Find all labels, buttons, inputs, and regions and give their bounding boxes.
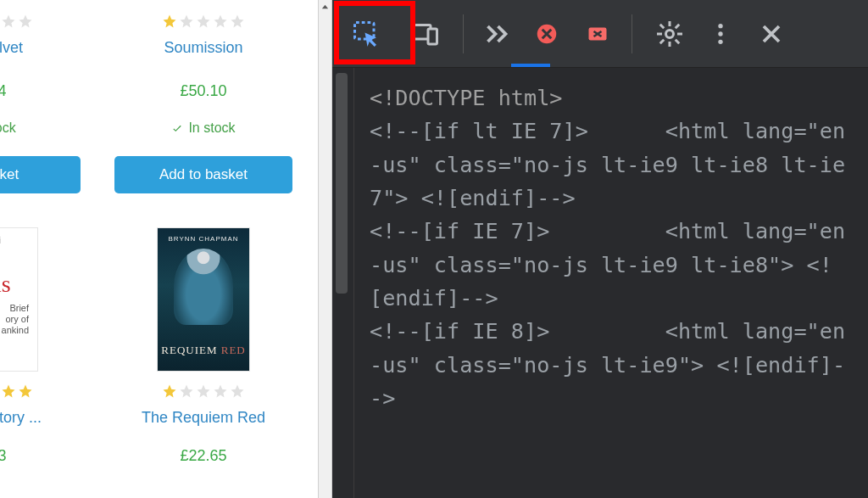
scrollbar-thumb[interactable] bbox=[336, 73, 348, 294]
issue-badge[interactable] bbox=[579, 12, 616, 56]
star-icon bbox=[179, 14, 194, 29]
star-icon bbox=[196, 383, 211, 399]
error-circle-icon bbox=[531, 19, 562, 49]
svg-line-10 bbox=[660, 24, 665, 28]
product-title-link[interactable]: Soumission bbox=[164, 39, 242, 57]
add-to-basket-button[interactable]: o basket bbox=[0, 156, 81, 193]
inspect-icon bbox=[351, 19, 381, 49]
product-price: 3.74 bbox=[0, 82, 7, 100]
svg-line-13 bbox=[660, 39, 665, 43]
cover-title: REQUIEM RED bbox=[158, 344, 249, 357]
toolbar-separator bbox=[463, 14, 464, 53]
page-scrollbar[interactable] bbox=[318, 0, 332, 498]
stock-status: In stock bbox=[171, 120, 235, 136]
scroll-up-button[interactable] bbox=[319, 0, 331, 14]
cover-illustration bbox=[174, 249, 233, 325]
device-toolbar-button[interactable] bbox=[403, 12, 448, 56]
star-icon bbox=[230, 14, 245, 29]
more-tabs-button[interactable] bbox=[479, 12, 515, 56]
kebab-icon bbox=[707, 19, 734, 49]
product-price: £50.10 bbox=[180, 82, 226, 100]
devtools-body: <!DOCTYPE html><!--[if lt IE 7]> <html l… bbox=[332, 68, 868, 498]
svg-point-15 bbox=[718, 31, 722, 36]
add-to-basket-button[interactable]: Add to basket bbox=[114, 156, 292, 193]
star-icon bbox=[1, 383, 16, 399]
product-card: BRYNN CHAPMAN REQUIEM RED The Requiem Re… bbox=[110, 227, 297, 465]
rating-stars bbox=[0, 383, 33, 399]
star-icon bbox=[179, 383, 194, 399]
product-card: l Noah arari iens Brief ory of ankind Br… bbox=[0, 227, 85, 465]
svg-rect-2 bbox=[428, 29, 437, 44]
svg-point-5 bbox=[666, 30, 674, 37]
svg-point-16 bbox=[718, 39, 722, 43]
book-cover[interactable]: BRYNN CHAPMAN REQUIEM RED bbox=[157, 227, 250, 372]
elements-source[interactable]: <!DOCTYPE html><!--[if lt IE 7]> <html l… bbox=[354, 68, 868, 498]
stock-status: stock bbox=[0, 120, 16, 136]
more-menu-button[interactable] bbox=[707, 12, 734, 56]
device-icon bbox=[410, 19, 441, 49]
product-title-link[interactable]: he Velvet bbox=[0, 39, 23, 57]
stock-label: stock bbox=[0, 120, 16, 136]
star-icon bbox=[196, 14, 211, 29]
issue-flag-icon bbox=[582, 19, 613, 49]
chevron-double-right-icon bbox=[481, 19, 512, 49]
product-card: he Velvet 3.74 stock o basket bbox=[0, 0, 85, 193]
star-icon bbox=[162, 383, 177, 399]
svg-line-11 bbox=[676, 39, 680, 43]
star-icon bbox=[18, 383, 33, 399]
bookstore-page: he Velvet 3.74 stock o basket Soumission… bbox=[0, 0, 318, 498]
code-line: <!--[if lt IE 7]> <html lang="en-us" cla… bbox=[370, 115, 853, 215]
devtools-scrollbar[interactable] bbox=[332, 68, 354, 498]
cover-author: l Noah arari bbox=[0, 232, 4, 245]
close-devtools-button[interactable] bbox=[749, 12, 793, 56]
product-price: £22.65 bbox=[180, 447, 226, 465]
inspect-element-button[interactable] bbox=[344, 12, 388, 56]
code-line: <!--[if IE 7]> <html lang="en-us" class=… bbox=[370, 215, 853, 315]
product-title-link[interactable]: The Requiem Red bbox=[142, 409, 265, 427]
code-line: <!--[if IE 8]> <html lang="en-us" class=… bbox=[370, 315, 853, 415]
close-icon bbox=[756, 19, 787, 49]
svg-point-14 bbox=[718, 24, 722, 28]
toolbar-separator bbox=[632, 14, 632, 53]
code-line: <!DOCTYPE html> bbox=[370, 81, 853, 115]
active-tab-indicator bbox=[511, 64, 550, 67]
rating-stars bbox=[162, 383, 245, 399]
cover-title: iens bbox=[0, 271, 11, 298]
rating-stars bbox=[162, 14, 245, 29]
product-price: 4.23 bbox=[0, 447, 7, 465]
rating-stars bbox=[0, 14, 33, 29]
star-icon bbox=[162, 14, 177, 29]
devtools-panel: <!DOCTYPE html><!--[if lt IE 7]> <html l… bbox=[332, 0, 868, 498]
check-icon bbox=[171, 122, 183, 134]
star-icon bbox=[230, 383, 245, 399]
product-title-link[interactable]: Brief History ... bbox=[0, 409, 42, 427]
error-badge[interactable] bbox=[530, 12, 564, 56]
cover-subtitle: Brief ory of ankind bbox=[0, 303, 34, 337]
chevron-up-icon bbox=[321, 3, 329, 11]
star-icon bbox=[18, 14, 33, 29]
star-icon bbox=[1, 14, 16, 29]
stock-label: In stock bbox=[188, 120, 235, 136]
star-icon bbox=[213, 14, 228, 29]
devtools-toolbar bbox=[332, 0, 868, 68]
product-card: Soumission £50.10 In stock Add to basket bbox=[110, 0, 297, 193]
cover-author: BRYNN CHAPMAN bbox=[168, 235, 238, 243]
star-icon bbox=[213, 383, 228, 399]
gear-icon bbox=[654, 19, 685, 49]
svg-line-12 bbox=[676, 24, 680, 28]
book-cover[interactable]: l Noah arari iens Brief ory of ankind bbox=[0, 227, 38, 372]
settings-button[interactable] bbox=[648, 12, 692, 56]
